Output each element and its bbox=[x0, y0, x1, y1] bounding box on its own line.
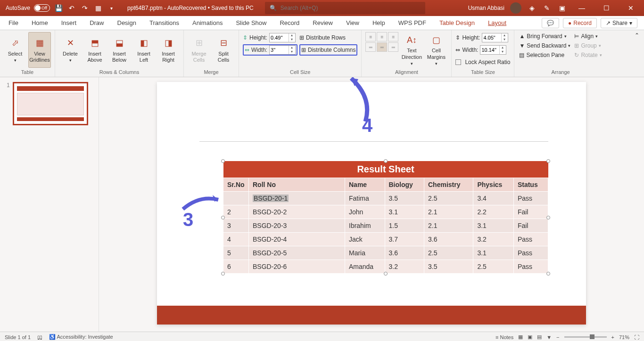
selection-handle[interactable] bbox=[221, 216, 225, 219]
table-cell[interactable]: 5 bbox=[223, 246, 249, 260]
table-cell[interactable]: 2 bbox=[223, 205, 249, 219]
table-cell[interactable]: Pass bbox=[513, 246, 548, 260]
tab-design[interactable]: Design bbox=[112, 16, 142, 29]
table-cell[interactable]: Maria bbox=[345, 246, 385, 260]
tab-insert[interactable]: Insert bbox=[56, 16, 83, 29]
table-cell[interactable]: 2.1 bbox=[424, 205, 473, 219]
table-cell[interactable]: BSGD-20-6 bbox=[249, 260, 345, 274]
table-cell[interactable]: BSGD-20-4 bbox=[249, 233, 345, 246]
lock-aspect-checkbox[interactable]: Lock Aspect Ratio bbox=[455, 57, 510, 68]
table-cell[interactable]: John bbox=[345, 205, 385, 219]
table-cell[interactable]: 1.5 bbox=[385, 219, 424, 233]
delete-button[interactable]: ✕Delete▾ bbox=[59, 32, 82, 68]
tab-review[interactable]: Review bbox=[307, 16, 339, 29]
zoom-out-button[interactable]: − bbox=[556, 334, 559, 340]
table-cell[interactable]: Ibrahim bbox=[345, 219, 385, 233]
align-left-button[interactable]: ≡ bbox=[365, 32, 376, 41]
select-button[interactable]: ⬀Select▾ bbox=[4, 32, 26, 68]
cell-height-input[interactable] bbox=[270, 33, 289, 42]
table-cell[interactable]: BSGD-20-5 bbox=[249, 246, 345, 260]
table-cell[interactable]: Fatima bbox=[345, 192, 385, 205]
table-header-row[interactable]: Sr.No Roll No Name Biology Chemistry Phy… bbox=[223, 178, 548, 192]
table-cell[interactable]: Pass bbox=[513, 192, 548, 205]
comments-button[interactable]: 💬 bbox=[542, 18, 559, 28]
align-right-button[interactable]: ≡ bbox=[388, 32, 398, 41]
spin-down-icon[interactable]: ▾ bbox=[501, 38, 507, 42]
ribbon-mode-icon[interactable]: ▣ bbox=[557, 3, 567, 13]
selection-handle[interactable] bbox=[384, 272, 388, 276]
table-cell[interactable]: BSGD-20-3 bbox=[249, 219, 345, 233]
insert-below-button[interactable]: ⬓Insert Below bbox=[108, 32, 131, 68]
tab-slideshow[interactable]: Slide Show bbox=[230, 16, 272, 29]
table-cell[interactable]: 3.6 bbox=[385, 246, 424, 260]
align-bottom-button[interactable]: ═ bbox=[388, 42, 398, 52]
zoom-in-button[interactable]: + bbox=[611, 334, 614, 340]
header-rollno[interactable]: Roll No bbox=[249, 178, 345, 192]
tab-help[interactable]: Help bbox=[367, 16, 391, 29]
table-cell[interactable]: 3.2 bbox=[385, 260, 424, 274]
header-chemistry[interactable]: Chemistry bbox=[424, 178, 473, 192]
table-cell[interactable]: Pass bbox=[513, 260, 548, 274]
table-cell[interactable]: 3.1 bbox=[385, 205, 424, 219]
diamond-icon[interactable]: ◈ bbox=[527, 3, 537, 13]
tab-layout[interactable]: Layout bbox=[482, 16, 512, 29]
align-top-button[interactable]: ═ bbox=[365, 42, 376, 52]
align-middle-button[interactable]: ═ bbox=[377, 42, 387, 52]
table-row[interactable]: 3BSGD-20-3Ibrahim1.52.13.1Fail bbox=[223, 219, 548, 233]
spin-down-icon[interactable]: ▾ bbox=[499, 50, 505, 54]
table-cell[interactable]: 2.5 bbox=[424, 192, 473, 205]
table-cell[interactable]: 3.6 bbox=[424, 233, 473, 246]
spin-down-icon[interactable]: ▾ bbox=[289, 38, 294, 42]
reading-view-button[interactable]: ▤ bbox=[537, 334, 542, 340]
undo-icon[interactable]: ↶ bbox=[67, 3, 76, 13]
selection-handle[interactable] bbox=[546, 272, 550, 276]
redo-icon[interactable]: ↷ bbox=[80, 3, 90, 13]
table-cell[interactable]: 3.7 bbox=[385, 233, 424, 246]
table-cell[interactable]: 3.4 bbox=[473, 192, 513, 205]
split-cells-button[interactable]: ⊟Split Cells bbox=[212, 32, 235, 68]
table-cell[interactable]: Jack bbox=[345, 233, 385, 246]
sorter-view-button[interactable]: ▣ bbox=[528, 334, 532, 340]
selection-handle[interactable] bbox=[221, 272, 225, 276]
table-row[interactable]: BSGD-20-1Fatima3.52.53.4Pass bbox=[223, 192, 548, 205]
table-cell[interactable] bbox=[223, 192, 249, 205]
pen-icon[interactable]: ✎ bbox=[542, 3, 552, 13]
header-physics[interactable]: Physics bbox=[473, 178, 513, 192]
table-cell[interactable]: Amanda bbox=[345, 260, 385, 274]
slide-thumbnail-1[interactable] bbox=[13, 82, 88, 125]
cell-height-spinner[interactable]: ▴▾ bbox=[269, 33, 296, 42]
table-cell[interactable]: 4 bbox=[223, 233, 249, 246]
header-name[interactable]: Name bbox=[345, 178, 385, 192]
tab-home[interactable]: Home bbox=[26, 16, 54, 29]
accessibility-status[interactable]: ♿ Accessibility: Investigate bbox=[49, 334, 113, 340]
table-cell[interactable]: 2.1 bbox=[424, 219, 473, 233]
save-icon[interactable]: 💾 bbox=[54, 3, 63, 13]
table-title-cell[interactable]: Result Sheet bbox=[223, 161, 548, 178]
notes-button[interactable]: ≡ Notes bbox=[495, 334, 513, 340]
table-cell[interactable]: 2.5 bbox=[473, 260, 513, 274]
table-body[interactable]: BSGD-20-1Fatima3.52.53.4Pass2BSGD-20-2Jo… bbox=[223, 192, 548, 274]
tbl-width-input[interactable] bbox=[480, 46, 499, 54]
tbl-width-spinner[interactable]: ▴▾ bbox=[480, 45, 506, 55]
tab-record[interactable]: Record bbox=[274, 16, 305, 29]
insert-right-button[interactable]: ◨Insert Right bbox=[157, 32, 180, 68]
search-box[interactable]: 🔍 bbox=[265, 2, 425, 14]
tab-wpspdf[interactable]: WPS PDF bbox=[393, 16, 432, 29]
distribute-rows-button[interactable]: ⊞ Distribute Rows bbox=[299, 32, 357, 43]
table-cell[interactable]: 6 bbox=[223, 260, 249, 274]
tab-view[interactable]: View bbox=[340, 16, 365, 29]
language-icon[interactable]: 🕮 bbox=[37, 334, 42, 340]
cell-margins-button[interactable]: ▢Cell Margins▾ bbox=[425, 32, 447, 68]
table-row[interactable]: 4BSGD-20-4Jack3.73.63.2Pass bbox=[223, 233, 548, 246]
header-biology[interactable]: Biology bbox=[385, 178, 424, 192]
header-status[interactable]: Status bbox=[513, 178, 548, 192]
table-cell[interactable]: Pass bbox=[513, 233, 548, 246]
selection-handle[interactable] bbox=[546, 159, 550, 163]
maximize-button[interactable]: ☐ bbox=[597, 0, 616, 16]
selection-handle[interactable] bbox=[546, 216, 550, 219]
table-cell[interactable]: BSGD-20-1 bbox=[249, 192, 345, 205]
view-gridlines-button[interactable]: ▦View Gridlines bbox=[28, 32, 51, 68]
table-cell[interactable]: BSGD-20-2 bbox=[249, 205, 345, 219]
normal-view-button[interactable]: ▦ bbox=[518, 334, 523, 340]
selected-text[interactable]: BSGD-20-1 bbox=[253, 195, 289, 202]
